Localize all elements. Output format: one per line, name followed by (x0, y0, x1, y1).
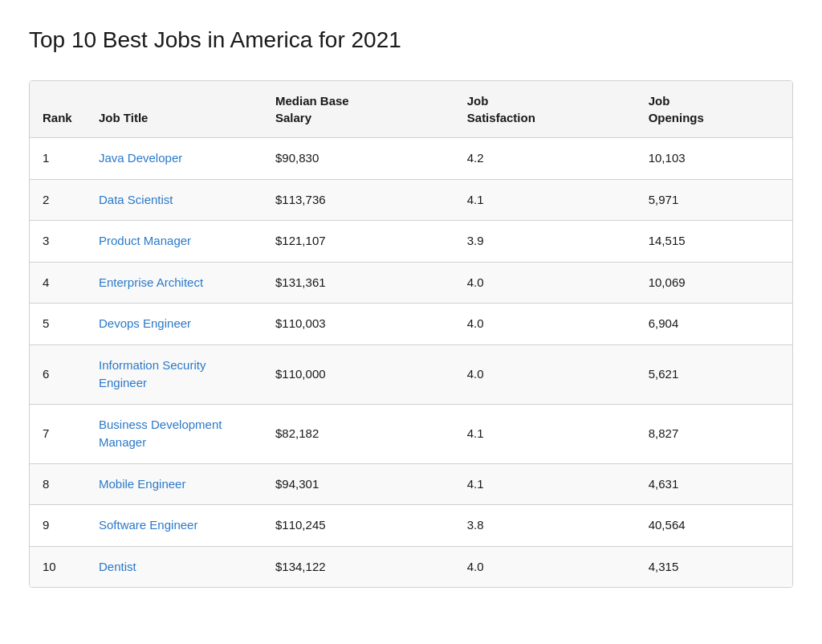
rank-cell: 2 (30, 179, 86, 221)
satisfaction-cell: 4.0 (454, 262, 636, 304)
jobs-table-wrapper: Rank Job Title Median BaseSalary JobSati… (29, 80, 793, 588)
rank-cell: 10 (30, 546, 86, 587)
table-row: 10Dentist$134,1224.04,315 (30, 546, 792, 587)
job-title-link[interactable]: Information Security Engineer (99, 358, 206, 390)
rank-cell: 1 (30, 138, 86, 180)
salary-cell: $110,000 (262, 344, 454, 404)
satisfaction-cell: 4.1 (454, 179, 636, 221)
job-title-cell[interactable]: Software Engineer (86, 505, 262, 547)
table-row: 3Product Manager$121,1073.914,515 (30, 221, 792, 263)
salary-cell: $90,830 (262, 138, 454, 180)
table-row: 8Mobile Engineer$94,3014.14,631 (30, 463, 792, 505)
rank-cell: 9 (30, 505, 86, 547)
table-row: 7Business Development Manager$82,1824.18… (30, 404, 792, 463)
table-row: 1Java Developer$90,8304.210,103 (30, 138, 792, 180)
job-title-link[interactable]: Data Scientist (99, 193, 173, 206)
rank-cell: 4 (30, 262, 86, 304)
job-title-link[interactable]: Enterprise Architect (99, 275, 203, 289)
job-title-cell[interactable]: Dentist (86, 546, 262, 587)
col-header-job-openings: JobOpenings (636, 81, 792, 138)
salary-cell: $113,736 (262, 179, 454, 221)
job-title-link[interactable]: Devops Engineer (99, 316, 191, 330)
rank-cell: 3 (30, 221, 86, 263)
page-title: Top 10 Best Jobs in America for 2021 (29, 26, 793, 55)
job-title-link[interactable]: Dentist (99, 560, 136, 573)
job-title-cell[interactable]: Java Developer (86, 138, 262, 180)
salary-cell: $94,301 (262, 463, 454, 505)
openings-cell: 10,069 (636, 262, 792, 304)
openings-cell: 5,621 (636, 344, 792, 404)
satisfaction-cell: 4.1 (454, 463, 636, 505)
satisfaction-cell: 3.8 (454, 505, 636, 547)
table-row: 5Devops Engineer$110,0034.06,904 (30, 304, 792, 345)
col-header-job-title: Job Title (86, 81, 262, 138)
satisfaction-cell: 3.9 (454, 221, 636, 263)
rank-cell: 5 (30, 304, 86, 345)
col-header-rank: Rank (30, 81, 86, 138)
job-title-link[interactable]: Java Developer (99, 151, 182, 165)
openings-cell: 10,103 (636, 138, 792, 180)
job-title-link[interactable]: Product Manager (99, 234, 191, 247)
table-row: 4Enterprise Architect$131,3614.010,069 (30, 262, 792, 304)
salary-cell: $121,107 (262, 221, 454, 263)
openings-cell: 4,315 (636, 546, 792, 587)
job-title-cell[interactable]: Business Development Manager (86, 404, 262, 463)
satisfaction-cell: 4.0 (454, 304, 636, 345)
openings-cell: 40,564 (636, 505, 792, 547)
job-title-cell[interactable]: Enterprise Architect (86, 262, 262, 304)
rank-cell: 7 (30, 404, 86, 463)
salary-cell: $134,122 (262, 546, 454, 587)
satisfaction-cell: 4.1 (454, 404, 636, 463)
salary-cell: $110,003 (262, 304, 454, 345)
satisfaction-cell: 4.0 (454, 344, 636, 404)
salary-cell: $131,361 (262, 262, 454, 304)
satisfaction-cell: 4.2 (454, 138, 636, 180)
openings-cell: 6,904 (636, 304, 792, 345)
col-header-median-salary: Median BaseSalary (262, 81, 454, 138)
satisfaction-cell: 4.0 (454, 546, 636, 587)
table-row: 2Data Scientist$113,7364.15,971 (30, 179, 792, 221)
job-title-cell[interactable]: Product Manager (86, 221, 262, 263)
openings-cell: 5,971 (636, 179, 792, 221)
job-title-cell[interactable]: Data Scientist (86, 179, 262, 221)
col-header-job-satisfaction: JobSatisfaction (454, 81, 636, 138)
job-title-link[interactable]: Software Engineer (99, 518, 197, 532)
job-title-cell[interactable]: Information Security Engineer (86, 344, 262, 404)
salary-cell: $82,182 (262, 404, 454, 463)
openings-cell: 4,631 (636, 463, 792, 505)
table-row: 6Information Security Engineer$110,0004.… (30, 344, 792, 404)
table-header-row: Rank Job Title Median BaseSalary JobSati… (30, 81, 792, 138)
rank-cell: 6 (30, 344, 86, 404)
salary-cell: $110,245 (262, 505, 454, 547)
job-title-link[interactable]: Business Development Manager (99, 418, 222, 450)
job-title-cell[interactable]: Mobile Engineer (86, 463, 262, 505)
openings-cell: 8,827 (636, 404, 792, 463)
job-title-cell[interactable]: Devops Engineer (86, 304, 262, 345)
jobs-table: Rank Job Title Median BaseSalary JobSati… (30, 81, 792, 587)
openings-cell: 14,515 (636, 221, 792, 263)
table-row: 9Software Engineer$110,2453.840,564 (30, 505, 792, 547)
job-title-link[interactable]: Mobile Engineer (99, 477, 185, 491)
rank-cell: 8 (30, 463, 86, 505)
